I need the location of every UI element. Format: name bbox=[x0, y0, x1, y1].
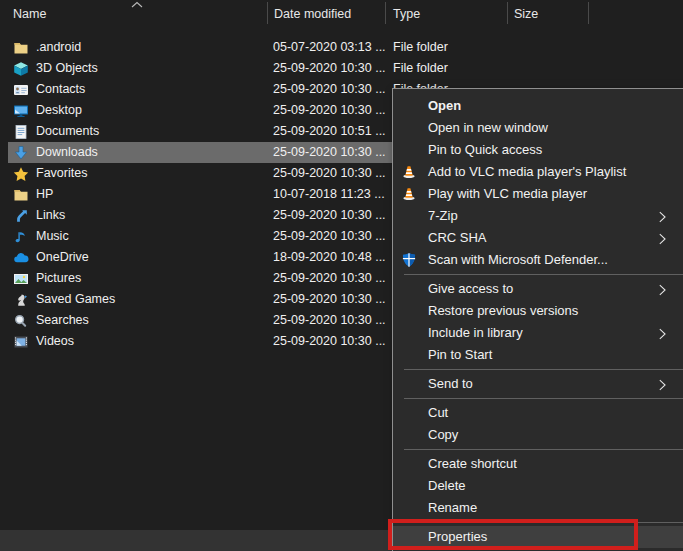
file-explorer-window: { "colors": { "bg": "#1f1f1f", "header_t… bbox=[0, 0, 683, 551]
menu-separator bbox=[404, 449, 683, 450]
menu-item-label: Open bbox=[428, 95, 461, 117]
file-type: File folder bbox=[393, 37, 505, 58]
videos-icon bbox=[13, 334, 29, 350]
menu-separator bbox=[404, 369, 683, 370]
file-date-modified: 05-07-2020 03:13 ... bbox=[273, 37, 385, 58]
submenu-arrow-icon bbox=[655, 377, 669, 391]
column-divider[interactable] bbox=[385, 2, 386, 24]
file-row-android[interactable]: .android05-07-2020 03:13 ...File folder bbox=[0, 37, 683, 58]
column-header-date-modified[interactable]: Date modified bbox=[274, 4, 351, 24]
menu-item-label: Rename bbox=[428, 497, 477, 519]
file-name-cell: Favorites bbox=[13, 163, 263, 184]
pictures-icon bbox=[13, 271, 29, 287]
file-name-cell: OneDrive bbox=[13, 247, 263, 268]
contacts-icon bbox=[13, 82, 29, 98]
menu-item-create-shortcut[interactable]: Create shortcut bbox=[393, 453, 683, 475]
menu-item-label: Give access to bbox=[428, 278, 513, 300]
file-date-modified: 25-09-2020 10:30 ... bbox=[273, 331, 385, 352]
submenu-arrow-icon bbox=[655, 326, 669, 340]
menu-item-play-with-vlc-media-player[interactable]: Play with VLC media player bbox=[393, 183, 683, 205]
menu-item-open-in-new-window[interactable]: Open in new window bbox=[393, 117, 683, 139]
file-name-cell: Downloads bbox=[13, 142, 263, 163]
file-name: Downloads bbox=[36, 142, 98, 163]
file-name: Music bbox=[36, 226, 69, 247]
menu-item-label: Create shortcut bbox=[428, 453, 517, 475]
file-size bbox=[515, 58, 585, 79]
submenu-arrow-icon bbox=[655, 231, 669, 245]
menu-item-label: Open in new window bbox=[428, 117, 548, 139]
context-menu: OpenOpen in new windowPin to Quick acces… bbox=[392, 88, 683, 551]
file-name: Saved Games bbox=[36, 289, 115, 310]
file-date-modified: 10-07-2018 11:23 ... bbox=[273, 184, 385, 205]
column-header-name[interactable]: Name bbox=[13, 4, 46, 24]
menu-item-copy[interactable]: Copy bbox=[393, 424, 683, 446]
file-name-cell: Links bbox=[13, 205, 263, 226]
file-name: Searches bbox=[36, 310, 89, 331]
menu-separator bbox=[404, 398, 683, 399]
column-header-size[interactable]: Size bbox=[514, 4, 538, 24]
menu-item-label: Include in library bbox=[428, 322, 523, 344]
annotation-rectangle bbox=[388, 519, 638, 550]
sort-ascending-icon bbox=[131, 0, 143, 1]
column-divider[interactable] bbox=[267, 2, 268, 24]
menu-item-label: Pin to Quick access bbox=[428, 139, 542, 161]
menu-item-cut[interactable]: Cut bbox=[393, 402, 683, 424]
file-date-modified: 25-09-2020 10:30 ... bbox=[273, 79, 385, 100]
links-icon bbox=[13, 208, 29, 224]
file-date-modified: 25-09-2020 10:30 ... bbox=[273, 100, 385, 121]
file-name-cell: HP bbox=[13, 184, 263, 205]
file-date-modified: 25-09-2020 10:30 ... bbox=[273, 163, 385, 184]
file-name-cell: Saved Games bbox=[13, 289, 263, 310]
menu-item-open[interactable]: Open bbox=[393, 95, 683, 117]
3d-objects-icon bbox=[13, 61, 29, 77]
folder-icon bbox=[13, 187, 29, 203]
column-header-row: Name Date modified Type Size bbox=[0, 0, 683, 24]
menu-item-label: Add to VLC media player's Playlist bbox=[428, 161, 626, 183]
menu-item-include-in-library[interactable]: Include in library bbox=[393, 322, 683, 344]
menu-item-rename[interactable]: Rename bbox=[393, 497, 683, 519]
file-name: Links bbox=[36, 205, 65, 226]
file-row-3d-objects[interactable]: 3D Objects25-09-2020 10:30 ...File folde… bbox=[0, 58, 683, 79]
file-name-cell: Contacts bbox=[13, 79, 263, 100]
file-name: Favorites bbox=[36, 163, 87, 184]
vlc-cone-icon bbox=[401, 164, 417, 180]
menu-item-give-access-to[interactable]: Give access to bbox=[393, 278, 683, 300]
file-name-cell: Music bbox=[13, 226, 263, 247]
saved-games-icon bbox=[13, 292, 29, 308]
favorites-icon bbox=[13, 166, 29, 182]
folder-icon bbox=[13, 40, 29, 56]
menu-item-restore-previous-versions[interactable]: Restore previous versions bbox=[393, 300, 683, 322]
menu-item-label: CRC SHA bbox=[428, 227, 487, 249]
file-name: 3D Objects bbox=[36, 58, 98, 79]
menu-item-add-to-vlc-media-player-s-playlist[interactable]: Add to VLC media player's Playlist bbox=[393, 161, 683, 183]
submenu-arrow-icon bbox=[655, 209, 669, 223]
menu-item-pin-to-start[interactable]: Pin to Start bbox=[393, 344, 683, 366]
file-date-modified: 25-09-2020 10:51 ... bbox=[273, 121, 385, 142]
file-name-cell: Videos bbox=[13, 331, 263, 352]
menu-item-scan-with-microsoft-defender[interactable]: Scan with Microsoft Defender... bbox=[393, 249, 683, 271]
file-name: Documents bbox=[36, 121, 99, 142]
menu-item-7-zip[interactable]: 7-Zip bbox=[393, 205, 683, 227]
menu-item-label: Cut bbox=[428, 402, 448, 424]
column-header-type[interactable]: Type bbox=[393, 4, 420, 24]
column-divider[interactable] bbox=[507, 2, 508, 24]
file-name-cell: Documents bbox=[13, 121, 263, 142]
menu-item-delete[interactable]: Delete bbox=[393, 475, 683, 497]
menu-item-label: 7-Zip bbox=[428, 205, 458, 227]
downloads-icon bbox=[13, 145, 29, 161]
menu-item-crc-sha[interactable]: CRC SHA bbox=[393, 227, 683, 249]
menu-item-label: Pin to Start bbox=[428, 344, 492, 366]
file-date-modified: 25-09-2020 10:30 ... bbox=[273, 142, 385, 163]
menu-item-pin-to-quick-access[interactable]: Pin to Quick access bbox=[393, 139, 683, 161]
submenu-arrow-icon bbox=[655, 282, 669, 296]
file-size bbox=[515, 37, 585, 58]
file-name: Contacts bbox=[36, 79, 85, 100]
column-divider[interactable] bbox=[588, 2, 589, 24]
music-icon bbox=[13, 229, 29, 245]
menu-item-send-to[interactable]: Send to bbox=[393, 373, 683, 395]
file-name: Pictures bbox=[36, 268, 81, 289]
desktop-icon bbox=[13, 103, 29, 119]
file-type: File folder bbox=[393, 58, 505, 79]
file-date-modified: 25-09-2020 10:30 ... bbox=[273, 289, 385, 310]
file-name-cell: Pictures bbox=[13, 268, 263, 289]
